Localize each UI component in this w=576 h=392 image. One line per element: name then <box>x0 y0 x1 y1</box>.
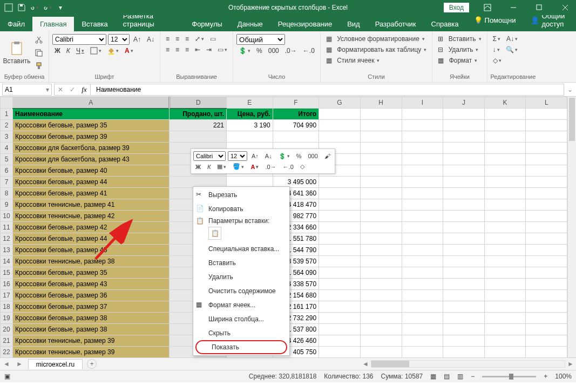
cell[interactable] <box>319 131 361 143</box>
cell[interactable] <box>443 177 485 188</box>
cell[interactable] <box>484 131 526 143</box>
cell[interactable] <box>402 267 443 279</box>
row-header[interactable]: 5 <box>1 154 13 165</box>
row-header[interactable]: 22 <box>1 347 13 358</box>
borders-button[interactable] <box>88 46 104 56</box>
cell[interactable] <box>360 120 402 131</box>
cell[interactable]: Кроссовки беговые, размер 41 <box>12 188 169 199</box>
cell[interactable] <box>402 211 443 222</box>
cell[interactable] <box>526 290 567 301</box>
cell[interactable] <box>443 199 485 211</box>
cell[interactable] <box>526 347 567 358</box>
row-header[interactable]: 14 <box>1 256 13 267</box>
cell[interactable] <box>526 279 567 290</box>
formula-input[interactable]: Наименование <box>91 84 564 96</box>
cell[interactable] <box>319 279 361 290</box>
tab-data[interactable]: Данные <box>230 17 270 31</box>
cell[interactable] <box>402 222 443 233</box>
cell[interactable] <box>319 177 361 188</box>
sort-filter-button[interactable]: A↓ <box>504 34 520 44</box>
cell[interactable] <box>443 335 485 347</box>
save-icon[interactable] <box>17 3 26 12</box>
ctx-paste-special[interactable]: Специальная вставка... <box>193 242 289 256</box>
cell[interactable] <box>170 131 227 143</box>
font-size-select[interactable]: 12 <box>108 34 130 45</box>
wrap-text-button[interactable]: ▭ <box>208 34 218 44</box>
cell[interactable] <box>319 324 361 335</box>
italic-button[interactable]: К <box>64 46 72 56</box>
cell[interactable] <box>443 211 485 222</box>
cell[interactable] <box>443 222 485 233</box>
cell[interactable] <box>319 335 361 347</box>
percent-format-button[interactable]: % <box>254 46 265 56</box>
cell[interactable] <box>402 188 443 199</box>
cell[interactable] <box>360 335 402 347</box>
cell[interactable] <box>526 199 567 211</box>
ctx-copy[interactable]: 📄Копировать <box>193 202 289 216</box>
tab-file[interactable]: Файл <box>0 17 32 31</box>
mini-bold[interactable]: Ж <box>193 163 203 171</box>
cell[interactable]: Кроссовки для баскетбола, размер 43 <box>12 154 169 165</box>
cell[interactable] <box>360 188 402 199</box>
cell[interactable] <box>360 347 402 358</box>
cell[interactable] <box>484 222 526 233</box>
cell[interactable] <box>360 165 402 177</box>
cell[interactable] <box>484 290 526 301</box>
cell[interactable] <box>443 245 485 256</box>
zoom-out-button[interactable]: − <box>471 373 475 380</box>
scrollbar-thumb[interactable] <box>569 98 575 141</box>
mini-borders[interactable]: ▦ <box>215 162 228 171</box>
cell[interactable] <box>484 109 526 120</box>
mini-format-painter[interactable]: 🖌 <box>322 152 333 160</box>
mini-decrease-font[interactable]: A↓ <box>263 152 274 160</box>
col-header-a[interactable]: A <box>12 97 169 109</box>
mini-inc-decimal[interactable]: .0→ <box>263 163 278 171</box>
sheet-tab[interactable]: microexcel.ru <box>28 359 83 369</box>
ribbon-display-options-icon[interactable] <box>477 0 498 15</box>
cell[interactable] <box>484 267 526 279</box>
decrease-indent-button[interactable]: ⇤ <box>193 45 202 55</box>
find-select-button[interactable]: 🔍 <box>504 45 520 55</box>
cell[interactable] <box>402 154 443 165</box>
cell[interactable]: Кроссовки беговые, размер 44 <box>12 177 169 188</box>
cell[interactable] <box>443 120 485 131</box>
cell[interactable] <box>443 109 485 120</box>
mini-font-color[interactable]: A <box>248 163 261 171</box>
cell[interactable] <box>526 313 567 324</box>
cell[interactable] <box>526 335 567 347</box>
cell[interactable]: Кроссовки теннисные, размер 42 <box>12 211 169 222</box>
cell[interactable]: Кроссовки беговые, размер 38 <box>12 324 169 335</box>
cell[interactable] <box>402 335 443 347</box>
cell[interactable] <box>526 154 567 165</box>
cell[interactable] <box>484 143 526 154</box>
row-header[interactable]: 12 <box>1 233 13 245</box>
cell[interactable] <box>484 301 526 313</box>
cut-button[interactable] <box>32 35 45 45</box>
mini-increase-font[interactable]: A↑ <box>249 152 261 160</box>
col-header-h[interactable]: H <box>360 97 402 109</box>
cell[interactable] <box>319 256 361 267</box>
cell[interactable] <box>484 165 526 177</box>
cell[interactable] <box>360 267 402 279</box>
cancel-formula-button[interactable]: ✕ <box>55 86 66 93</box>
ctx-insert[interactable]: Вставить <box>193 256 289 270</box>
cell[interactable] <box>319 245 361 256</box>
cell[interactable] <box>402 256 443 267</box>
cell[interactable] <box>526 267 567 279</box>
align-center-button[interactable]: ≡ <box>173 45 181 55</box>
cell[interactable] <box>443 154 485 165</box>
sheet-nav-next[interactable]: ► <box>13 360 26 368</box>
cell[interactable] <box>526 120 567 131</box>
row-header[interactable]: 19 <box>1 313 13 324</box>
increase-decimal-button[interactable]: .0→ <box>283 46 299 56</box>
cell[interactable] <box>402 290 443 301</box>
view-normal-button[interactable]: ▦ <box>430 373 436 380</box>
row-header[interactable]: 9 <box>1 199 13 211</box>
cell[interactable] <box>484 211 526 222</box>
minimize-icon[interactable] <box>503 0 524 15</box>
tab-formulas[interactable]: Формулы <box>184 17 230 31</box>
cell[interactable] <box>484 188 526 199</box>
format-painter-button[interactable] <box>32 60 45 71</box>
cell[interactable]: Кроссовки теннисные, размер 39 <box>12 347 169 358</box>
ctx-column-width[interactable]: Ширина столбца... <box>193 312 289 326</box>
